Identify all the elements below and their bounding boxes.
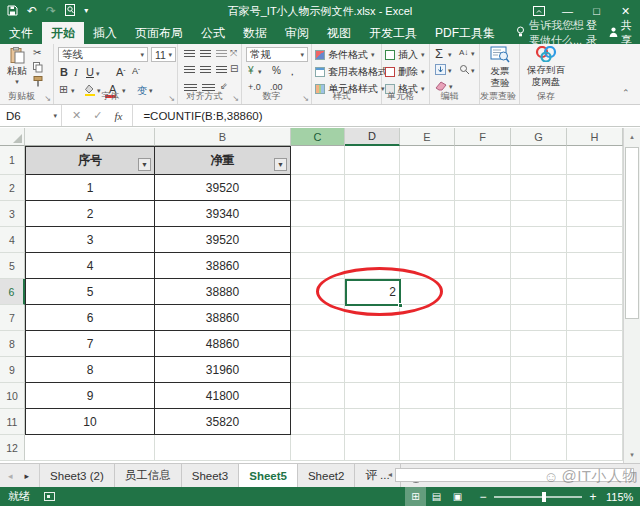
ribbon-tab-9[interactable]: PDF工具集 [426,22,504,44]
cell-A5[interactable]: 4 [25,253,155,279]
collapse-ribbon-icon[interactable]: ⌃ [622,88,630,98]
tell-me-box[interactable]: 告诉我您想要做什么... [504,22,586,44]
cell-H3[interactable] [567,201,623,227]
shrink-font-button[interactable]: Aˇ [132,66,140,76]
print-preview-icon[interactable] [65,4,75,18]
cell-E1[interactable] [400,146,455,175]
cell-E12[interactable] [400,435,455,461]
cell-G8[interactable] [511,331,567,357]
paste-button[interactable]: 粘贴 ▾ [4,47,30,86]
italic-button[interactable]: I [74,66,78,78]
sheet-tab-3[interactable]: Sheet5 [239,464,298,487]
fill-icon[interactable] [435,64,446,77]
name-box[interactable]: D6 ▾ [0,105,62,126]
number-format-select[interactable]: 常规▾ [246,47,308,62]
column-header-D[interactable]: D [345,128,400,146]
cell-E3[interactable] [400,201,455,227]
cell-B7[interactable]: 38860 [155,305,291,331]
copy-icon[interactable] [33,62,43,75]
cell-F9[interactable] [455,357,511,383]
zoom-slider-thumb[interactable] [542,492,546,502]
cell-F8[interactable] [455,331,511,357]
number-dialog-launcher-icon[interactable]: ↘ [302,94,309,103]
cut-icon[interactable]: ✂ [33,47,41,58]
cell-A11[interactable]: 10 [25,409,155,435]
cell-E10[interactable] [400,383,455,409]
enter-icon[interactable]: ✓ [93,109,102,122]
cell-C8[interactable] [291,331,345,357]
cell-C11[interactable] [291,409,345,435]
cell-B8[interactable]: 48860 [155,331,291,357]
cell-E5[interactable] [400,253,455,279]
cell-D2[interactable] [345,175,400,201]
column-header-E[interactable]: E [400,128,455,146]
cell-C9[interactable] [291,357,345,383]
align-left-icon[interactable] [184,66,195,74]
orientation-icon[interactable]: ⤧ [230,48,237,59]
cell-F12[interactable] [455,435,511,461]
cell-E8[interactable] [400,331,455,357]
cell-C7[interactable] [291,305,345,331]
undo-icon[interactable]: ↶ [27,5,37,17]
normal-view-button[interactable]: ⊞ [405,487,426,506]
ribbon-tab-1[interactable]: 开始 [42,22,84,44]
scroll-left-icon[interactable]: ◂ [388,470,392,479]
cell-G12[interactable] [511,435,567,461]
delete-cells-button[interactable]: 删除▾ [385,65,425,79]
clipboard-dialog-launcher-icon[interactable]: ↘ [44,94,51,103]
autosum-button[interactable]: Σ [435,46,443,61]
zoom-in-button[interactable]: + [586,490,600,504]
cell-D6[interactable]: 2 [345,279,400,305]
cell-G5[interactable] [511,253,567,279]
ribbon-tab-0[interactable]: 文件 [0,22,42,44]
cell-A10[interactable]: 9 [25,383,155,409]
cell-C4[interactable] [291,227,345,253]
cell-H6[interactable] [567,279,623,305]
cell-H2[interactable] [567,175,623,201]
cell-F3[interactable] [455,201,511,227]
row-header-5[interactable]: 5 [0,253,25,279]
cell-E7[interactable] [400,305,455,331]
cell-A7[interactable]: 6 [25,305,155,331]
fill-dropdown-icon[interactable]: ▾ [448,67,452,75]
font-name-select[interactable]: 等线▾ [58,47,148,62]
ribbon-tab-7[interactable]: 视图 [318,22,360,44]
cell-A8[interactable]: 7 [25,331,155,357]
ribbon-tab-2[interactable]: 插入 [84,22,126,44]
column-header-A[interactable]: A [25,128,155,146]
cell-F10[interactable] [455,383,511,409]
scroll-up-icon[interactable]: ▴ [624,128,640,145]
sheet-tab-4[interactable]: Sheet2 [298,464,355,487]
row-header-10[interactable]: 10 [0,383,25,409]
cell-D7[interactable] [345,305,400,331]
merge-center-icon[interactable]: ⊟ [230,63,238,74]
row-header-3[interactable]: 3 [0,201,25,227]
cell-H5[interactable] [567,253,623,279]
cell-C3[interactable] [291,201,345,227]
cell-E6[interactable] [400,279,455,305]
cell-D11[interactable] [345,409,400,435]
cell-A12[interactable] [25,435,155,461]
ribbon-tab-8[interactable]: 开发工具 [360,22,426,44]
cell-H11[interactable] [567,409,623,435]
sheet-nav-right-icon[interactable]: ▸ [25,471,30,481]
cell-G1[interactable] [511,146,567,175]
cell-H9[interactable] [567,357,623,383]
sheet-tab-2[interactable]: Sheet3 [182,464,239,487]
cell-D1[interactable] [345,146,400,175]
sheet-tab-0[interactable]: Sheet3 (2) [40,464,115,487]
align-center-icon[interactable] [200,66,211,74]
scroll-down-icon[interactable]: ▾ [624,446,640,463]
cell-D4[interactable] [345,227,400,253]
cell-G11[interactable] [511,409,567,435]
cell-B4[interactable]: 39520 [155,227,291,253]
insert-cells-button[interactable]: 插入▾ [385,48,425,62]
column-header-H[interactable]: H [567,128,623,146]
cell-G10[interactable] [511,383,567,409]
sheet-tab-1[interactable]: 员工信息 [115,464,182,487]
cell-F1[interactable] [455,146,511,175]
row-header-8[interactable]: 8 [0,331,25,357]
filter-dropdown-icon[interactable]: ▼ [274,158,287,171]
cell-F2[interactable] [455,175,511,201]
percent-style-button[interactable]: % [272,65,281,76]
